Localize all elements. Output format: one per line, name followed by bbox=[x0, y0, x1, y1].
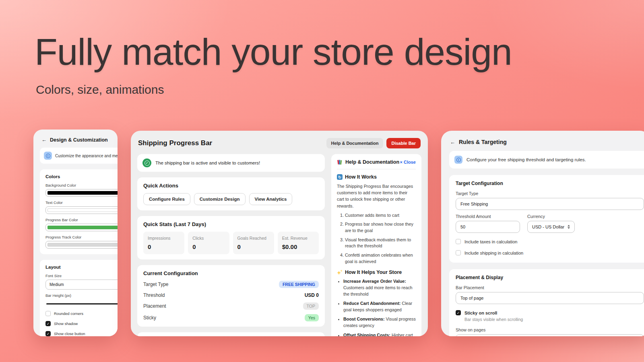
sparkles-icon bbox=[337, 269, 343, 275]
rounded-corners-checkbox[interactable] bbox=[45, 311, 51, 316]
progress-track-color-swatch bbox=[47, 243, 118, 247]
background-color-label: Background Color bbox=[45, 183, 118, 187]
stat-value: $0.00 bbox=[282, 243, 314, 250]
progress-bar-color-input[interactable] bbox=[45, 224, 118, 231]
rounded-corners-row: Rounded corners bbox=[45, 311, 118, 316]
repeat-icon: ↻ bbox=[337, 174, 343, 180]
currency-label: Currency bbox=[527, 214, 575, 219]
design-panel-header: ← Design & Customization bbox=[41, 137, 118, 143]
rounded-corners-label: Rounded corners bbox=[54, 311, 83, 316]
rules-panel-title: Rules & Targeting bbox=[459, 139, 507, 145]
show-shadow-checkbox[interactable] bbox=[45, 321, 51, 326]
config-label: Placement bbox=[143, 303, 166, 309]
placement-display-card: Placement & Display Bar Placement Top of… bbox=[449, 269, 644, 336]
main-panel-header: Shipping Progress Bar Help & Documentati… bbox=[138, 138, 421, 148]
how-it-works-steps: Customer adds items to cart Progress bar… bbox=[337, 212, 416, 265]
progress-bar-color-swatch bbox=[47, 226, 118, 229]
include-shipping-checkbox[interactable] bbox=[456, 250, 461, 255]
slider-fill bbox=[46, 303, 118, 304]
font-size-label: Font Size bbox=[45, 274, 118, 278]
back-arrow-icon[interactable]: ← bbox=[41, 137, 47, 143]
how-it-works-heading: How It Works bbox=[345, 174, 377, 180]
view-analytics-button[interactable]: View Analytics bbox=[249, 193, 293, 205]
show-on-pages-select[interactable]: All pages bbox=[456, 334, 644, 336]
rules-banner-text: Configure your free shipping threshold a… bbox=[466, 157, 586, 162]
stat-clicks: Clicks 0 bbox=[188, 232, 229, 254]
status-text: The shipping bar is active and visible t… bbox=[155, 160, 260, 165]
stat-label: Clicks bbox=[192, 236, 225, 241]
currency-value: USD - US Dollar bbox=[532, 224, 564, 229]
quick-actions-card: Quick Actions Configure Rules Customize … bbox=[137, 177, 325, 210]
benefit-item: Increase Average Order Value: Customers … bbox=[343, 278, 416, 297]
show-close-button-checkbox[interactable] bbox=[45, 331, 51, 336]
background-color-swatch bbox=[47, 191, 118, 195]
benefit-item: Reduce Cart Abandonment: Clear goal keep… bbox=[343, 300, 416, 313]
text-color-input[interactable] bbox=[45, 206, 118, 214]
design-info-banner: i Customize the appearance and messages … bbox=[40, 148, 118, 164]
stat-label: Est. Revenue bbox=[282, 236, 314, 241]
include-taxes-row: Include taxes in calculation bbox=[456, 239, 644, 244]
benefits-heading: How It Helps Your Store bbox=[345, 269, 402, 275]
target-type-select[interactable]: Free Shipping bbox=[456, 198, 644, 210]
config-row-threshold: Threshold USD 0 bbox=[143, 292, 319, 298]
sticky-badge: Yes bbox=[305, 314, 319, 321]
layout-heading: Layout bbox=[45, 265, 118, 269]
stat-label: Goals Reached bbox=[237, 236, 270, 241]
bar-placement-label: Bar Placement bbox=[456, 285, 644, 290]
placement-badge: TOP bbox=[303, 302, 319, 310]
include-taxes-checkbox[interactable] bbox=[456, 239, 461, 244]
show-close-button-label: Show close button bbox=[54, 331, 85, 336]
target-configuration-heading: Target Configuration bbox=[456, 181, 644, 186]
configure-rules-button[interactable]: Configure Rules bbox=[143, 193, 190, 205]
threshold-amount-label: Threshold Amount bbox=[456, 214, 520, 219]
target-type-label: Target Type bbox=[456, 191, 644, 196]
disable-bar-button[interactable]: Disable Bar bbox=[386, 138, 421, 148]
target-configuration-card: Target Configuration Target Type Free Sh… bbox=[449, 175, 644, 263]
config-row-target-type: Target Type FREE SHIPPING bbox=[143, 281, 319, 288]
text-color-swatch bbox=[47, 208, 118, 212]
background-color-input[interactable] bbox=[45, 189, 118, 197]
show-close-button-row: Show close button bbox=[45, 331, 118, 336]
stat-goals-reached: Goals Reached 0 bbox=[233, 232, 274, 254]
info-icon: i bbox=[454, 156, 462, 164]
include-shipping-row: Include shipping in calculation bbox=[456, 250, 644, 255]
customize-design-button[interactable]: Customize Design bbox=[194, 193, 246, 205]
step-item: Progress bar shows how close they are to… bbox=[345, 221, 416, 234]
bar-placement-value: Top of page bbox=[460, 296, 484, 300]
current-configuration-card: Current Configuration Target Type FREE S… bbox=[137, 265, 325, 327]
threshold-value: USD 0 bbox=[305, 292, 319, 298]
font-size-value: Medium bbox=[50, 282, 64, 287]
currency-select[interactable]: USD - US Dollar bbox=[527, 221, 575, 233]
colors-heading: Colors bbox=[45, 174, 118, 179]
help-documentation-button[interactable]: Help & Documentation bbox=[326, 138, 384, 148]
progress-bar-color-label: Progress Bar Color bbox=[45, 218, 118, 222]
close-help-link[interactable]: × Close bbox=[400, 160, 416, 165]
layout-card: Layout Font Size Medium Bar Height (px) … bbox=[40, 260, 118, 336]
quick-actions-heading: Quick Actions bbox=[143, 183, 319, 189]
include-taxes-label: Include taxes in calculation bbox=[464, 239, 517, 244]
config-row-placement: Placement TOP bbox=[143, 302, 319, 310]
stepper-icon bbox=[568, 225, 570, 229]
placement-display-heading: Placement & Display bbox=[456, 275, 644, 280]
sticky-on-scroll-label: Sticky on scroll bbox=[464, 311, 497, 315]
font-size-select[interactable]: Medium bbox=[45, 280, 118, 290]
current-configuration-heading: Current Configuration bbox=[143, 270, 319, 276]
design-banner-text: Customize the appearance and messages of… bbox=[55, 154, 118, 158]
help-documentation-card: Help & Documentation × Close ↻ How It Wo… bbox=[331, 154, 421, 336]
page-subtitle: Colors, size, animations bbox=[36, 83, 164, 97]
benefit-item: Boost Conversions: Visual progress creat… bbox=[343, 316, 416, 329]
help-card-title: Help & Documentation bbox=[345, 159, 399, 165]
bar-placement-select[interactable]: Top of page bbox=[456, 292, 644, 304]
bar-height-slider[interactable] bbox=[46, 302, 118, 306]
config-label: Target Type bbox=[143, 282, 168, 287]
sticky-on-scroll-checkbox[interactable] bbox=[456, 310, 461, 315]
back-arrow-icon[interactable]: ← bbox=[450, 139, 455, 145]
bar-height-label: Bar Height (px) bbox=[45, 293, 118, 298]
show-shadow-label: Show shadow bbox=[54, 321, 78, 326]
text-color-label: Text Color bbox=[45, 200, 118, 205]
threshold-amount-input[interactable] bbox=[456, 221, 520, 233]
stat-value: 0 bbox=[192, 243, 225, 250]
sticky-on-scroll-help: Bar stays visible when scrolling bbox=[464, 317, 644, 322]
colors-card: Colors Background Color Text Color Progr… bbox=[40, 169, 118, 254]
progress-track-color-input[interactable] bbox=[45, 241, 118, 249]
